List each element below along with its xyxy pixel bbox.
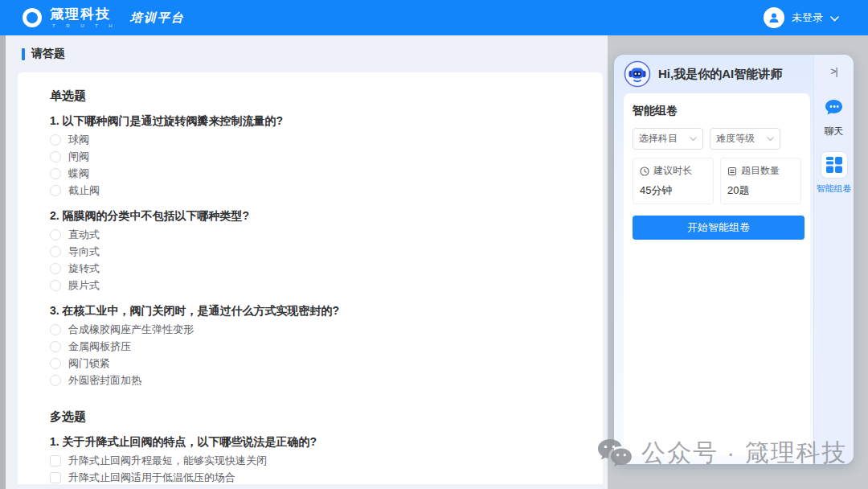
question-title: 2. 隔膜阀的分类中不包括以下哪种类型?: [50, 209, 571, 224]
question-count-label: 题目数量: [741, 164, 780, 178]
question-title: 1. 关于升降式止回阀的特点，以下哪些说法是正确的?: [50, 435, 571, 450]
header-user-area[interactable]: 未登录: [764, 7, 839, 28]
watermark: 公众号 · 箴理科技: [596, 437, 848, 470]
checkbox-option[interactable]: 升降式止回阀适用于低温低压的场合: [50, 469, 571, 484]
radio-option[interactable]: 导向式: [50, 243, 571, 260]
question-block: 1. 以下哪种阀门是通过旋转阀瓣来控制流量的? 球阀 闸阀 蝶阀 截止阀: [50, 114, 571, 199]
radio-option[interactable]: 金属阀板挤压: [50, 338, 571, 355]
platform-name: 培训平台: [130, 10, 185, 26]
option-label: 外圆密封面加热: [68, 373, 141, 388]
radio-icon[interactable]: [50, 324, 61, 335]
option-label: 截止阀: [68, 183, 100, 198]
question-block: 2. 隔膜阀的分类中不包括以下哪种类型? 直动式 导向式 旋转式 膜片式: [50, 209, 571, 294]
top-navbar: 箴理科技 T R U T H 培训平台 未登录: [0, 0, 868, 35]
section-title-multi-choice: 多选题: [50, 409, 571, 425]
radio-option[interactable]: 旋转式: [50, 260, 571, 277]
page-title-row: 请答题: [22, 47, 608, 61]
ai-assistant-panel: Hi,我是你的AI智能讲师 智能组卷 选择科目 难度等级: [614, 55, 854, 464]
grid-icon: [821, 151, 848, 179]
ai-panel-rail: >| 聊天 智能组卷: [813, 55, 854, 464]
radio-option[interactable]: 球阀: [50, 131, 571, 148]
radio-option[interactable]: 阀门锁紧: [50, 355, 571, 372]
chevron-down-icon: [690, 137, 697, 142]
radio-option[interactable]: 外圆密封面加热: [50, 372, 571, 388]
radio-icon[interactable]: [50, 341, 61, 352]
quiz-page: 请答题 单选题 1. 以下哪种阀门是通过旋转阀瓣来控制流量的? 球阀 闸阀 蝶阀…: [6, 35, 608, 489]
radio-icon[interactable]: [50, 358, 61, 369]
section-title-single-choice: 单选题: [50, 88, 571, 104]
watermark-text: 公众号 · 箴理科技: [641, 437, 848, 470]
subject-select[interactable]: 选择科目: [633, 128, 703, 150]
radio-option[interactable]: 闸阀: [50, 148, 571, 165]
wechat-icon: [596, 438, 633, 470]
difficulty-select-value: 难度等级: [716, 132, 755, 146]
question-title: 3. 在核工业中，阀门关闭时，是通过什么方式实现密封的?: [50, 304, 571, 318]
option-label: 闸阀: [68, 150, 89, 164]
scrollbar-track[interactable]: [0, 35, 6, 489]
ai-greeting: Hi,我是你的AI智能讲师: [658, 67, 782, 82]
radio-icon[interactable]: [50, 246, 61, 257]
radio-icon[interactable]: [50, 168, 61, 179]
radio-icon[interactable]: [50, 229, 61, 240]
rail-item-chat[interactable]: 聊天: [824, 98, 844, 138]
question-block: 3. 在核工业中，阀门关闭时，是通过什么方式实现密封的? 合成橡胶阀座产生弹性变…: [50, 304, 571, 388]
brand-block: 箴理科技 T R U T H: [50, 7, 117, 28]
ai-panel-header: Hi,我是你的AI智能讲师: [614, 55, 813, 93]
radio-icon[interactable]: [50, 375, 61, 386]
radio-icon[interactable]: [50, 280, 61, 291]
option-label: 合成橡胶阀座产生弹性变形: [68, 323, 194, 337]
user-icon: [768, 11, 780, 24]
radio-option[interactable]: 合成橡胶阀座产生弹性变形: [50, 321, 571, 338]
radio-icon[interactable]: [50, 134, 61, 146]
checkbox-icon[interactable]: [50, 472, 61, 483]
smart-paper-label: 智能组卷: [817, 183, 852, 195]
select-row: 选择科目 难度等级: [633, 128, 801, 150]
option-label: 膜片式: [68, 278, 100, 293]
radio-icon[interactable]: [50, 185, 61, 196]
login-status[interactable]: 未登录: [792, 10, 823, 25]
radio-icon[interactable]: [50, 263, 61, 274]
ai-panel-main: Hi,我是你的AI智能讲师 智能组卷 选择科目 难度等级: [614, 55, 813, 464]
difficulty-select[interactable]: 难度等级: [710, 128, 780, 150]
checkbox-icon[interactable]: [50, 455, 61, 466]
question-count-card: 题目数量 20题: [720, 158, 801, 204]
start-smart-paper-button[interactable]: 开始智能组卷: [633, 216, 805, 240]
option-label: 升降式止回阀适用于低温低压的场合: [68, 471, 235, 485]
quiz-card: 单选题 1. 以下哪种阀门是通过旋转阀瓣来控制流量的? 球阀 闸阀 蝶阀 截止阀…: [18, 72, 603, 484]
duration-card: 建议时长 45分钟: [633, 158, 714, 204]
duration-label: 建议时长: [653, 164, 692, 178]
chat-label: 聊天: [824, 125, 844, 138]
avatar[interactable]: [764, 7, 784, 28]
option-label: 金属阀板挤压: [68, 339, 131, 354]
radio-option[interactable]: 截止阀: [50, 182, 571, 199]
brand-name: 箴理科技: [50, 7, 117, 21]
smart-paper-title: 智能组卷: [633, 104, 801, 118]
info-row: 建议时长 45分钟 题目数量 20题: [633, 158, 801, 204]
question-count-value: 20题: [727, 183, 794, 198]
option-label: 阀门锁紧: [68, 356, 110, 371]
option-label: 升降式止回阀升程最短，能够实现快速关闭: [68, 454, 267, 468]
option-label: 旋转式: [68, 261, 100, 276]
chevron-down-icon: [767, 137, 774, 142]
subject-select-value: 选择科目: [639, 132, 678, 146]
radio-option[interactable]: 膜片式: [50, 277, 571, 294]
clock-icon: [640, 166, 649, 176]
option-label: 蝶阀: [68, 166, 89, 181]
option-label: 导向式: [68, 244, 100, 259]
robot-avatar-icon: [624, 60, 651, 88]
question-title: 1. 以下哪种阀门是通过旋转阀瓣来控制流量的?: [50, 114, 571, 129]
option-label: 球阀: [68, 133, 89, 147]
rail-item-smart-paper[interactable]: 智能组卷: [817, 151, 852, 195]
collapse-panel-icon[interactable]: >|: [830, 66, 837, 77]
question-block: 1. 关于升降式止回阀的特点，以下哪些说法是正确的? 升降式止回阀升程最短，能够…: [50, 435, 571, 484]
radio-icon[interactable]: [50, 151, 61, 162]
page-title: 请答题: [31, 47, 65, 61]
duration-value: 45分钟: [640, 183, 706, 198]
chevron-down-icon[interactable]: [830, 16, 839, 22]
title-accent-bar: [22, 48, 25, 60]
document-icon: [727, 166, 737, 176]
checkbox-option[interactable]: 升降式止回阀升程最短，能够实现快速关闭: [50, 452, 571, 469]
radio-option[interactable]: 直动式: [50, 226, 571, 243]
radio-option[interactable]: 蝶阀: [50, 165, 571, 182]
chat-bubble-icon: [824, 98, 844, 117]
